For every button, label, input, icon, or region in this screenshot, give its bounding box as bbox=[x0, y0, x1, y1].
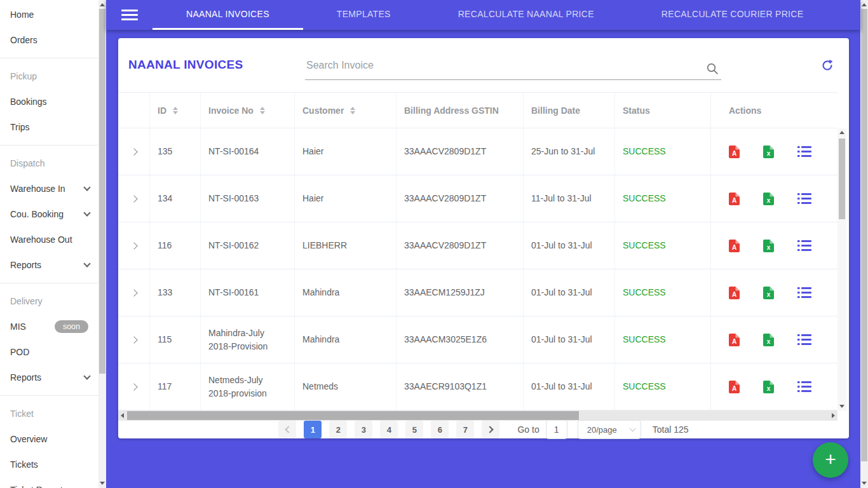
expand-cell[interactable] bbox=[118, 316, 150, 363]
sidebar-scrollbar[interactable] bbox=[98, 0, 106, 488]
sidebar-item-ticket-report[interactable]: Ticket Report bbox=[0, 477, 98, 488]
horizontal-scrollbar-thumb[interactable] bbox=[127, 411, 579, 420]
table-body: 135 NT-SI-00164 Haier 33AAACV2809D1ZT 25… bbox=[118, 128, 837, 410]
sidebar-item-bookings[interactable]: Bookings bbox=[0, 89, 98, 114]
page-scrollbar-thumb[interactable] bbox=[861, 9, 867, 461]
add-invoice-fab[interactable]: + bbox=[813, 442, 848, 478]
scroll-up-arrow-icon[interactable] bbox=[839, 131, 844, 134]
goto-page-input[interactable] bbox=[546, 420, 567, 439]
header-id[interactable]: ID bbox=[150, 93, 201, 128]
list-icon[interactable] bbox=[797, 193, 811, 204]
sidebar-item-warehouse-out[interactable]: Warehouse Out bbox=[0, 227, 98, 252]
tab-recalculate-courier-price[interactable]: RECALCULATE COURIER PRICE bbox=[628, 0, 837, 30]
page-title: NAANAL INVOICES bbox=[128, 58, 243, 72]
pdf-file-icon[interactable]: A bbox=[729, 334, 740, 346]
sidebar-section-ticket: Ticket bbox=[0, 401, 98, 426]
tab-recalculate-naanal-price[interactable]: RECALCULATE NAANAL PRICE bbox=[424, 0, 628, 30]
list-icon[interactable] bbox=[797, 381, 811, 392]
excel-file-icon[interactable]: x bbox=[763, 287, 774, 299]
sidebar-item-label: Reports bbox=[10, 260, 41, 270]
chevron-left-icon bbox=[285, 426, 292, 433]
menu-button[interactable] bbox=[106, 0, 153, 30]
page-scrollbar[interactable] bbox=[860, 0, 868, 488]
sidebar-item-label: Reports bbox=[10, 372, 41, 383]
list-icon[interactable] bbox=[797, 287, 811, 298]
sidebar-item-orders[interactable]: Orders bbox=[0, 27, 98, 53]
sort-carets-icon[interactable] bbox=[350, 107, 355, 114]
header-billing-date: Billing Date bbox=[524, 93, 615, 128]
table-horizontal-scrollbar[interactable] bbox=[118, 410, 837, 421]
sidebar-divider bbox=[0, 58, 98, 58]
expand-cell[interactable] bbox=[118, 269, 150, 316]
sidebar-item-pod[interactable]: POD bbox=[0, 339, 98, 365]
cell-billing-date: 25-Jun to 31-Jul bbox=[524, 128, 615, 175]
pdf-file-icon[interactable]: A bbox=[729, 381, 740, 393]
page-button-3[interactable]: 3 bbox=[355, 421, 372, 438]
excel-file-icon[interactable]: x bbox=[763, 381, 774, 393]
sidebar-item-tickets[interactable]: Tickets bbox=[0, 452, 98, 477]
cell-billing-date: 01-Jul to 31-Jul bbox=[524, 222, 615, 269]
next-page-button[interactable] bbox=[482, 421, 499, 438]
search-icon[interactable] bbox=[707, 63, 719, 75]
content-area: NAANAL INVOICES bbox=[106, 30, 860, 488]
page-button-4[interactable]: 4 bbox=[380, 421, 398, 438]
page-button-6[interactable]: 6 bbox=[431, 421, 449, 438]
scroll-down-arrow-icon[interactable] bbox=[100, 482, 105, 485]
search-input[interactable] bbox=[305, 55, 721, 79]
sort-carets-icon[interactable] bbox=[173, 107, 178, 114]
page-size-select[interactable]: 20/page bbox=[578, 420, 641, 439]
scroll-right-arrow-icon[interactable] bbox=[832, 413, 835, 418]
expand-cell[interactable] bbox=[118, 222, 150, 269]
sidebar-scrollbar-thumb[interactable] bbox=[99, 9, 105, 374]
sidebar-item-label: Trips bbox=[10, 122, 30, 132]
list-icon[interactable] bbox=[797, 146, 811, 157]
sort-carets-icon[interactable] bbox=[260, 107, 265, 114]
page-button-1[interactable]: 1 bbox=[304, 421, 322, 438]
card-header: NAANAL INVOICES bbox=[118, 38, 849, 92]
cell-customer: Haier bbox=[295, 128, 397, 175]
chevron-right-icon bbox=[130, 336, 137, 343]
page-button-5[interactable]: 5 bbox=[405, 421, 423, 438]
list-icon[interactable] bbox=[797, 240, 811, 251]
sidebar-item-reports-dispatch[interactable]: Reports bbox=[0, 252, 98, 278]
prev-page-button[interactable] bbox=[278, 421, 296, 438]
page-size-value: 20/page bbox=[587, 425, 617, 435]
sidebar-item-reports-delivery[interactable]: Reports bbox=[0, 365, 98, 390]
sidebar-item-warehouse-in[interactable]: Warehouse In bbox=[0, 176, 98, 201]
pdf-file-icon[interactable]: A bbox=[729, 193, 740, 205]
table-row: 133 NT-SI-00161 Mahindra 33AAECM1259J1ZJ… bbox=[118, 269, 837, 316]
sidebar-item-home[interactable]: Home bbox=[0, 2, 98, 27]
scroll-down-arrow-icon[interactable] bbox=[839, 405, 844, 408]
sidebar-item-cou-booking[interactable]: Cou. Booking bbox=[0, 201, 98, 227]
excel-file-icon[interactable]: x bbox=[763, 334, 774, 346]
sidebar-item-overview[interactable]: Overview bbox=[0, 426, 98, 452]
list-icon[interactable] bbox=[797, 334, 811, 345]
pdf-file-icon[interactable]: A bbox=[729, 287, 740, 299]
expand-cell[interactable] bbox=[118, 128, 150, 175]
excel-file-icon[interactable]: x bbox=[763, 240, 774, 252]
tab-naanal-invoices[interactable]: NAANAL INVOICES bbox=[153, 0, 303, 30]
pdf-file-icon[interactable]: A bbox=[729, 240, 740, 252]
table-scrollbar-thumb[interactable] bbox=[839, 139, 845, 219]
header-invoice-no[interactable]: Invoice No bbox=[201, 93, 295, 128]
expand-cell[interactable] bbox=[118, 363, 150, 410]
page-button-2[interactable]: 2 bbox=[329, 421, 347, 438]
scroll-up-arrow-icon[interactable] bbox=[862, 3, 867, 6]
header-customer[interactable]: Customer bbox=[295, 93, 397, 128]
refresh-icon[interactable] bbox=[821, 59, 834, 72]
header-label: Invoice No bbox=[208, 105, 254, 116]
excel-file-icon[interactable]: x bbox=[763, 146, 774, 158]
excel-file-icon[interactable]: x bbox=[763, 193, 774, 205]
sidebar-item-trips[interactable]: Trips bbox=[0, 114, 98, 140]
scroll-down-arrow-icon[interactable] bbox=[862, 482, 867, 485]
header-label: Actions bbox=[729, 105, 761, 116]
scroll-left-arrow-icon[interactable] bbox=[121, 413, 124, 418]
scroll-up-arrow-icon[interactable] bbox=[100, 3, 105, 6]
pdf-file-icon[interactable]: A bbox=[729, 146, 740, 158]
sidebar-item-mis[interactable]: MISsoon bbox=[0, 314, 98, 339]
expand-cell[interactable] bbox=[118, 175, 150, 222]
cell-gstin: 33AAECM1259J1ZJ bbox=[397, 269, 524, 316]
page-button-7[interactable]: 7 bbox=[456, 421, 474, 438]
table-vertical-scrollbar[interactable] bbox=[837, 128, 846, 410]
tab-templates[interactable]: TEMPLATES bbox=[303, 0, 424, 30]
